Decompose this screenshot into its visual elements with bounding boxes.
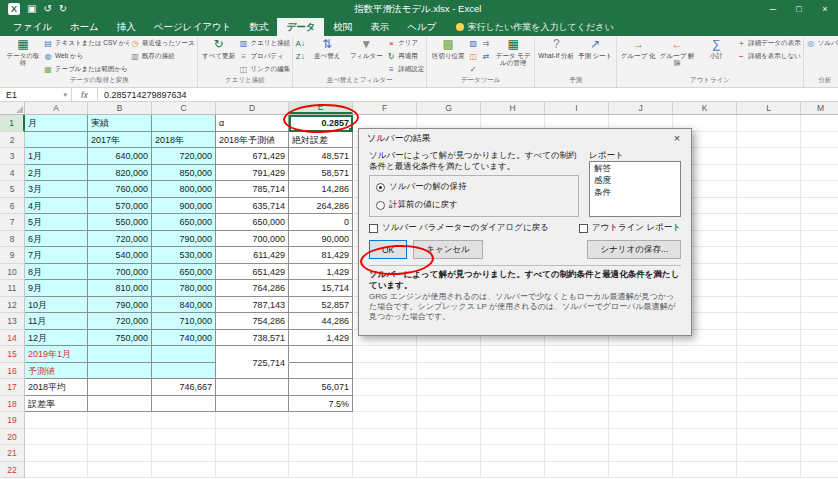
cell-L16[interactable] [737,363,801,380]
cell-B17[interactable] [88,379,152,396]
ribbon-tab-view[interactable]: 表示 [361,18,398,36]
cell-B9[interactable]: 540,000 [88,247,152,264]
cell-D6[interactable]: 635,714 [216,198,289,215]
cell-H17[interactable] [481,379,545,396]
cell-D2[interactable]: 2018年予測値 [216,132,289,149]
cell-A1[interactable]: 月 [25,115,88,132]
cell-B5[interactable]: 760,000 [88,181,152,198]
cell-J17[interactable] [609,379,673,396]
data-validation-button[interactable]: ✓ [468,63,480,76]
cell-G15[interactable] [417,346,481,363]
relationships-button[interactable]: ⇄ [481,50,493,63]
text-to-columns-button[interactable]: ▩区切り位置 [429,37,467,76]
manage-data-model-button[interactable]: ▦データ モデルの管理 [494,37,532,76]
cell-F17[interactable] [353,379,417,396]
cell-M3[interactable] [801,148,838,165]
ribbon-tab-home[interactable]: ホーム [61,18,108,36]
cell-M11[interactable] [801,280,838,297]
col-header-K[interactable]: K [673,102,737,114]
cell-C15[interactable] [152,346,216,363]
cell-D10[interactable]: 651,429 [216,264,289,281]
cell-L8[interactable] [737,231,801,248]
cell-D4[interactable]: 791,429 [216,165,289,182]
cell-G22[interactable] [417,462,481,479]
cell-L20[interactable] [737,429,801,446]
show-detail-button[interactable]: +詳細データの表示 [736,37,801,50]
cell-B16[interactable] [88,363,152,380]
row-header-16[interactable]: 16 [0,363,25,380]
cell-E3[interactable]: 48,571 [289,148,353,165]
cell-A14[interactable]: 12月 [25,330,88,347]
cell-E7[interactable]: 0 [289,214,353,231]
cell-L10[interactable] [737,264,801,281]
cell-A21[interactable] [25,445,88,462]
cell-E16[interactable] [289,363,353,380]
cell-E19[interactable] [289,412,353,429]
cell-M14[interactable] [801,330,838,347]
cell-M20[interactable] [801,429,838,446]
filter-button[interactable]: ▼フィルター [347,37,385,76]
cell-D12[interactable]: 787,143 [216,297,289,314]
cell-H20[interactable] [481,429,545,446]
cell-M6[interactable] [801,198,838,215]
keep-solution-radio[interactable]: ソルバーの解の保持 [376,181,572,193]
row-header-17[interactable]: 17 [0,379,25,396]
cell-M15[interactable] [801,346,838,363]
cell-J20[interactable] [609,429,673,446]
cell-B6[interactable]: 570,000 [88,198,152,215]
ribbon-tab-data[interactable]: データ [277,18,324,36]
cell-A8[interactable]: 6月 [25,231,88,248]
select-all-corner[interactable] [0,102,25,114]
cell-M21[interactable] [801,445,838,462]
cell-C12[interactable]: 840,000 [152,297,216,314]
cell-M19[interactable] [801,412,838,429]
cell-D15[interactable]: 725,714 [216,346,289,363]
reports-listbox[interactable]: 解答 感度 条件 [589,161,681,217]
cell-I17[interactable] [545,379,609,396]
cell-M13[interactable] [801,313,838,330]
cell-C18[interactable] [152,396,216,413]
solver-button[interactable]: ◎ソルバー [806,37,838,50]
cell-A9[interactable]: 7月 [25,247,88,264]
cell-L13[interactable] [737,313,801,330]
name-box[interactable]: E1 ▾ [0,88,72,102]
cell-L9[interactable] [737,247,801,264]
cell-B2[interactable]: 2017年 [88,132,152,149]
cell-J15[interactable] [609,346,673,363]
cell-C19[interactable] [152,412,216,429]
cell-H16[interactable] [481,363,545,380]
cell-M16[interactable] [801,363,838,380]
cell-M17[interactable] [801,379,838,396]
cell-C9[interactable]: 530,000 [152,247,216,264]
col-header-A[interactable]: A [25,102,88,114]
cell-B20[interactable] [88,429,152,446]
cell-K17[interactable] [673,379,737,396]
row-header-20[interactable]: 20 [0,429,25,446]
cell-M10[interactable] [801,264,838,281]
cell-L19[interactable] [737,412,801,429]
cell-B7[interactable]: 550,000 [88,214,152,231]
cell-B19[interactable] [88,412,152,429]
cell-L14[interactable] [737,330,801,347]
cell-C17[interactable]: 746,667 [152,379,216,396]
row-header-1[interactable]: 1 [0,115,25,132]
row-header-6[interactable]: 6 [0,198,25,215]
row-header-7[interactable]: 7 [0,214,25,231]
cell-L21[interactable] [737,445,801,462]
cell-G18[interactable] [417,396,481,413]
cell-G17[interactable] [417,379,481,396]
cell-C22[interactable] [152,462,216,479]
cell-D9[interactable]: 611,429 [216,247,289,264]
cell-D5[interactable]: 785,714 [216,181,289,198]
subtotal-button[interactable]: ∑小計 [697,37,735,76]
cell-M1[interactable] [801,115,838,132]
col-header-D[interactable]: D [216,102,289,114]
cell-K15[interactable] [673,346,737,363]
cell-B1[interactable]: 実績 [88,115,152,132]
from-web-button[interactable]: ◍Web から [43,50,129,63]
cell-G20[interactable] [417,429,481,446]
cell-B14[interactable]: 750,000 [88,330,152,347]
cell-A7[interactable]: 5月 [25,214,88,231]
cell-F20[interactable] [353,429,417,446]
row-header-2[interactable]: 2 [0,132,25,149]
